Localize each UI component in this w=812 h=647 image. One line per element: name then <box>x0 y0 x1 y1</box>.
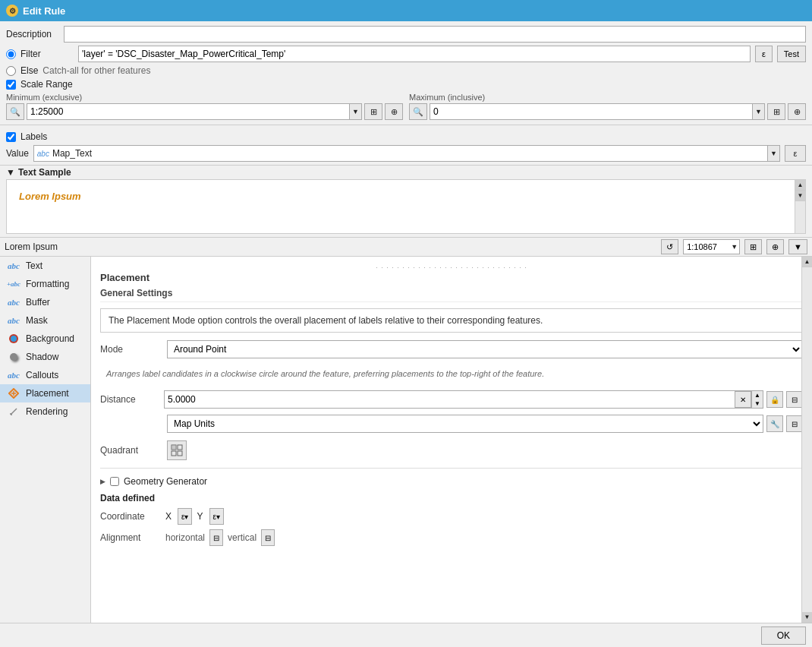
content-scroll-up[interactable]: ▲ <box>802 257 812 267</box>
top-form: Description Filter ε Test Else Catch-all… <box>0 21 812 125</box>
min-zoom-icon: 🔍 <box>6 103 24 120</box>
value-dropdown-arrow[interactable]: ▼ <box>767 146 779 161</box>
shadow-icon <box>6 352 21 362</box>
max-scale-btn1[interactable]: ⊞ <box>767 103 785 120</box>
mode-select[interactable]: Around Point <box>168 341 802 358</box>
scroll-up[interactable]: ▲ <box>795 180 805 191</box>
distance-spin: ▲ ▼ <box>751 391 763 408</box>
value-select-wrapper: abc Map_Text ▼ <box>33 145 780 162</box>
else-radio[interactable] <box>6 66 16 76</box>
info-box: The Placement Mode option controls the o… <box>100 308 803 333</box>
scale-range-checkbox[interactable] <box>6 80 16 90</box>
description-label: Description <box>6 29 59 39</box>
view-btn[interactable]: ⊞ <box>744 239 762 254</box>
titlebar: ⚙ Edit Rule <box>0 0 812 21</box>
else-label: Else <box>20 65 38 76</box>
units-row: Map Units 🔧 ⊟ <box>167 415 803 433</box>
value-text[interactable]: Map_Text <box>52 148 767 159</box>
alignment-label: Alignment <box>100 532 161 543</box>
view-btn2[interactable]: ⊕ <box>766 239 784 254</box>
collapse-icon: ▼ <box>6 167 15 178</box>
content-scrollbar[interactable]: ▲ ▼ <box>801 257 812 623</box>
units-tool-btn[interactable]: 🔧 <box>766 415 783 432</box>
geometry-checkbox[interactable] <box>110 477 119 486</box>
value-row: Value abc Map_Text ▼ ε <box>6 145 806 162</box>
max-scale-input[interactable] <box>430 104 752 119</box>
align-horizontal-btn[interactable]: ⊟ <box>209 529 223 546</box>
scale-inputs-row: Minimum (exclusive) 🔍 ▼ ⊞ ⊕ Maximum (inc… <box>6 93 806 120</box>
units-select[interactable]: Map Units <box>168 415 763 432</box>
min-scale-btn1[interactable]: ⊞ <box>364 103 382 120</box>
distance-row: Distance ✕ ▲ ▼ 🔒 ⊟ <box>100 390 803 409</box>
filter-input[interactable] <box>78 46 751 62</box>
epsilon-button[interactable]: ε <box>755 46 773 62</box>
sidebar-label-buffer: Buffer <box>26 297 50 308</box>
distance-expr-btn[interactable]: ⊟ <box>786 391 803 408</box>
distance-input-wrapper: ✕ ▲ ▼ <box>164 390 763 409</box>
sidebar-label-placement: Placement <box>26 388 69 399</box>
sidebar-label-formatting: Formatting <box>26 279 69 289</box>
value-expr-btn[interactable]: ε <box>785 145 806 162</box>
max-scale-btn2[interactable]: ⊕ <box>788 103 806 120</box>
min-label: Minimum (exclusive) <box>6 93 403 102</box>
ok-button[interactable]: OK <box>761 626 806 645</box>
quadrant-row: Quadrant <box>100 440 803 460</box>
distance-spin-up[interactable]: ▲ <box>752 391 763 399</box>
distance-spin-down[interactable]: ▼ <box>752 399 763 408</box>
scale-select-wrapper: ▼ <box>683 239 740 254</box>
sidebar-item-placement[interactable]: Placement <box>0 384 90 402</box>
text-sample-preview: Lorem Ipsum ▲ ▼ <box>6 179 806 234</box>
lorem-small: Lorem Ipsum <box>5 241 656 252</box>
geometry-generator-row: ▶ Geometry Generator <box>100 468 803 487</box>
coord-x-expr-btn[interactable]: ε▾ <box>178 508 192 525</box>
sidebar-item-formatting[interactable]: +abc Formatting <box>0 275 90 293</box>
distance-label: Distance <box>100 394 161 405</box>
sidebar-item-callouts[interactable]: abc Callouts <box>0 366 90 384</box>
units-expr-btn[interactable]: ⊟ <box>786 415 803 432</box>
description-input[interactable] <box>64 26 806 43</box>
distance-input[interactable] <box>165 394 735 405</box>
sidebar-item-text[interactable]: abc Text <box>0 257 90 275</box>
scale-display[interactable] <box>684 242 729 251</box>
coord-y-expr-btn[interactable]: ε▾ <box>209 508 224 525</box>
min-scale-wrapper: ▼ <box>27 103 362 120</box>
background-icon <box>6 333 21 344</box>
sidebar-item-background[interactable]: Background <box>0 330 90 348</box>
preview-scrollbar[interactable]: ▲ ▼ <box>795 180 805 233</box>
text-sample-header[interactable]: ▼ Text Sample <box>6 167 806 178</box>
align-vertical-btn[interactable]: ⊟ <box>261 529 275 546</box>
sidebar-item-rendering[interactable]: Rendering <box>0 402 90 421</box>
scale-range-label: Scale Range <box>20 79 73 90</box>
min-scale-input[interactable] <box>27 104 349 119</box>
content-scroll-down[interactable]: ▼ <box>802 612 812 623</box>
min-scale-btn2[interactable]: ⊕ <box>385 103 403 120</box>
filter-radio[interactable] <box>6 49 16 59</box>
labels-label: Labels <box>20 131 47 142</box>
min-scale-arrow[interactable]: ▼ <box>349 104 361 119</box>
geometry-expand-icon[interactable]: ▶ <box>100 478 105 485</box>
value-label: Value <box>6 148 29 159</box>
distance-clear-btn[interactable]: ✕ <box>735 391 751 408</box>
abc-tag: abc <box>34 150 52 158</box>
expand-btn[interactable]: ▼ <box>788 239 807 254</box>
reset-btn[interactable]: ↺ <box>661 239 678 254</box>
lorem-ipsum-preview: Lorem Ipsum <box>19 191 81 202</box>
quadrant-btn[interactable] <box>167 440 187 460</box>
sidebar-item-shadow[interactable]: Shadow <box>0 348 90 366</box>
formatting-icon: +abc <box>6 279 21 289</box>
scale-dropdown-arrow[interactable]: ▼ <box>729 243 739 251</box>
mode-select-wrapper[interactable]: Around Point <box>167 340 803 358</box>
text-sample-section: ▼ Text Sample Lorem Ipsum ▲ ▼ <box>0 166 812 237</box>
scroll-down[interactable]: ▼ <box>795 191 805 201</box>
geometry-label: Geometry Generator <box>124 476 207 487</box>
units-select-wrapper[interactable]: Map Units <box>167 415 763 433</box>
sidebar-item-mask[interactable]: abc Mask <box>0 311 90 330</box>
labels-checkbox[interactable] <box>6 132 16 142</box>
distance-lock-btn[interactable]: 🔒 <box>766 391 783 408</box>
sidebar-item-buffer[interactable]: abc Buffer <box>0 293 90 311</box>
test-button[interactable]: Test <box>777 46 806 62</box>
sidebar: abc Text +abc Formatting abc Buffer abc … <box>0 257 91 623</box>
text-sample-label: Text Sample <box>18 167 71 178</box>
title-text: Edit Rule <box>23 5 65 17</box>
max-scale-arrow[interactable]: ▼ <box>752 104 764 119</box>
